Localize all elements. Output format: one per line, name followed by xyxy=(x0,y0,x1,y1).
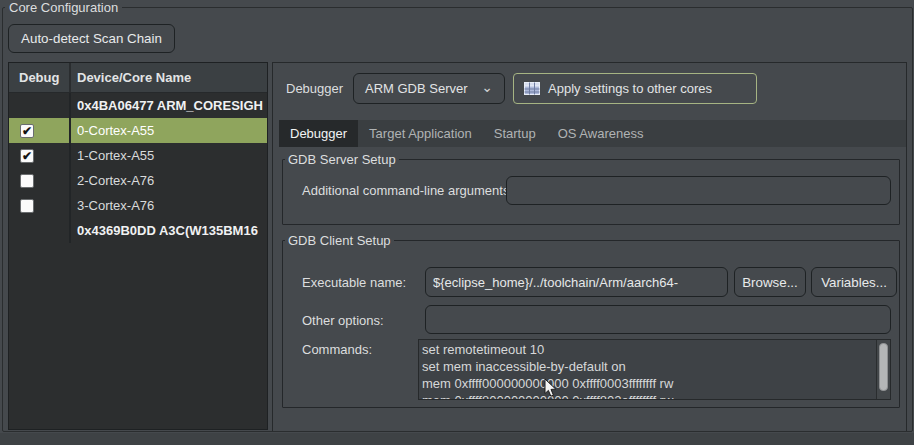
core-name: 3-Cortex-A76 xyxy=(71,198,267,213)
column-header-debug[interactable]: Debug xyxy=(9,63,71,92)
gdb-server-setup-title: GDB Server Setup xyxy=(285,152,399,167)
debug-cell: ✔ xyxy=(9,143,71,168)
debug-checkbox[interactable] xyxy=(20,199,34,213)
apply-settings-label: Apply settings to other cores xyxy=(548,81,712,96)
debugger-selected-value: ARM GDB Server xyxy=(365,81,468,96)
core-configuration-title: Core Configuration xyxy=(5,0,122,15)
debug-checkbox[interactable] xyxy=(20,174,34,188)
executable-name-label: Executable name: xyxy=(302,275,406,290)
core-name: 2-Cortex-A76 xyxy=(71,173,267,188)
tab-target-application[interactable]: Target Application xyxy=(358,120,483,147)
debug-cell xyxy=(9,93,71,118)
executable-name-input[interactable] xyxy=(425,267,728,297)
device-name: 0x4BA06477 ARM_CORESIGH xyxy=(71,98,267,113)
debug-checkbox[interactable]: ✔ xyxy=(20,124,34,138)
gdb-client-setup-title: GDB Client Setup xyxy=(285,233,394,248)
other-options-label: Other options: xyxy=(302,313,384,328)
variables-button[interactable]: Variables... xyxy=(811,267,897,297)
table-row-core-0[interactable]: ✔ 0-Cortex-A55 xyxy=(9,118,267,143)
device-name: 0x4369B0DD A3C(W135BM16 xyxy=(71,223,267,238)
browse-button[interactable]: Browse... xyxy=(734,267,806,297)
table-row-device-1[interactable]: 0x4369B0DD A3C(W135BM16 xyxy=(9,218,267,243)
debug-cell: ✔ xyxy=(9,118,71,143)
column-header-device-core-name[interactable]: Device/Core Name xyxy=(71,70,267,85)
core-table: Debug Device/Core Name 0x4BA06477 ARM_CO… xyxy=(8,62,268,430)
core-configuration-pane: Core Configuration Auto-detect Scan Chai… xyxy=(0,0,914,445)
core-settings-panel: Debugger ARM GDB Server ⌄ Apply settings… xyxy=(272,62,907,431)
debugger-select[interactable]: ARM GDB Server ⌄ xyxy=(353,73,505,104)
commands-text: set remotetimeout 10 set mem inaccessibl… xyxy=(422,341,875,399)
table-row-core-1[interactable]: ✔ 1-Cortex-A55 xyxy=(9,143,267,168)
settings-tab-bar: Debugger Target Application Startup OS A… xyxy=(279,120,906,147)
apply-settings-button[interactable]: Apply settings to other cores xyxy=(513,73,757,104)
core-name: 1-Cortex-A55 xyxy=(71,148,267,163)
table-row-core-2[interactable]: 2-Cortex-A76 xyxy=(9,168,267,193)
scrollbar-thumb[interactable] xyxy=(879,343,888,391)
commands-textarea[interactable]: set remotetimeout 10 set mem inaccessibl… xyxy=(418,339,891,400)
core-name: 0-Cortex-A55 xyxy=(71,123,267,138)
additional-args-input[interactable] xyxy=(506,176,891,205)
tab-startup[interactable]: Startup xyxy=(483,120,547,147)
table-row-core-3[interactable]: 3-Cortex-A76 xyxy=(9,193,267,218)
tab-debugger[interactable]: Debugger xyxy=(279,120,358,147)
chevron-down-icon: ⌄ xyxy=(481,82,493,92)
bottom-strip xyxy=(0,433,914,445)
table-row-device-0[interactable]: 0x4BA06477 ARM_CORESIGH xyxy=(9,93,267,118)
debugger-label: Debugger xyxy=(286,81,343,96)
debug-cell xyxy=(9,193,71,218)
commands-scrollbar[interactable] xyxy=(876,340,890,399)
table-icon xyxy=(524,82,540,95)
autodetect-scan-chain-button[interactable]: Auto-detect Scan Chain xyxy=(8,24,175,53)
additional-args-label: Additional command-line arguments xyxy=(302,183,509,198)
debug-checkbox[interactable]: ✔ xyxy=(20,149,34,163)
debug-cell xyxy=(9,218,71,243)
core-table-header: Debug Device/Core Name xyxy=(9,63,267,93)
commands-label: Commands: xyxy=(302,342,372,357)
tab-os-awareness[interactable]: OS Awareness xyxy=(547,120,655,147)
debug-cell xyxy=(9,168,71,193)
other-options-input[interactable] xyxy=(425,305,891,334)
